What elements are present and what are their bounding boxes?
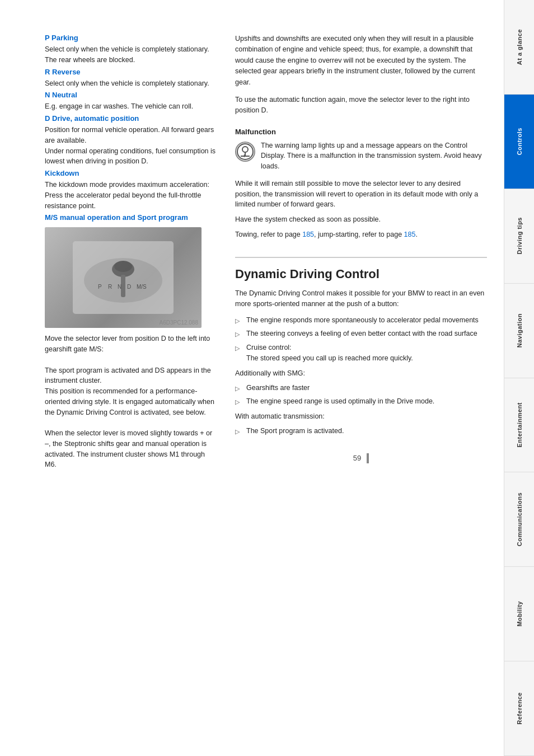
svg-text:M/S: M/S xyxy=(137,284,147,290)
section-d-drive: D Drive, automatic position Position for… xyxy=(45,114,218,167)
ddc-section: Dynamic Driving Control The Dynamic Driv… xyxy=(235,257,487,436)
malfunction-warning-text: The warning lamp lights up and a message… xyxy=(261,140,487,172)
warning-lamp-svg: ! xyxy=(236,143,254,161)
r-reverse-text: Select only when the vehicle is complete… xyxy=(45,78,218,89)
right-column: Upshifts and downshifts are executed onl… xyxy=(235,34,487,475)
tab-navigation-label: Navigation xyxy=(516,313,523,348)
kickdown-text: The kickdown mode provides maximum accel… xyxy=(45,180,218,211)
malfunction-box: ! The warning lamp lights up and a messa… xyxy=(235,140,487,174)
towing-page-link[interactable]: 185 xyxy=(302,231,314,238)
p-parking-text: Select only when the vehicle is complete… xyxy=(45,44,218,65)
n-neutral-heading: N Neutral xyxy=(45,91,218,99)
page-number: 59 xyxy=(353,454,361,462)
jump-text: , jump-starting, refer to page xyxy=(314,231,404,238)
ddc-intro: The Dynamic Driving Control makes it pos… xyxy=(235,288,487,309)
tab-controls[interactable]: Controls xyxy=(504,95,534,189)
section-n-neutral: N Neutral E.g. engage in car washes. The… xyxy=(45,91,218,112)
svg-text:R: R xyxy=(108,284,112,290)
tab-navigation[interactable]: Navigation xyxy=(504,284,534,378)
section-r-reverse: R Reverse Select only when the vehicle i… xyxy=(45,68,218,89)
malfunction-body1: While it will remain still possible to m… xyxy=(235,179,487,210)
image-caption: A6D3PC12.088 xyxy=(160,320,199,326)
smg-bullet-1: Gearshifts are faster xyxy=(235,383,487,393)
tab-controls-label: Controls xyxy=(516,128,523,155)
svg-text:D: D xyxy=(127,284,131,290)
kickdown-heading: Kickdown xyxy=(45,169,218,177)
tab-reference-label: Reference xyxy=(516,692,523,725)
ms-manual-text: Move the selector lever from position D … xyxy=(45,334,218,470)
main-content: P Parking Select only when the vehicle i… xyxy=(0,0,504,756)
jump-page-link[interactable]: 185 xyxy=(404,231,416,238)
tab-mobility-label: Mobility xyxy=(516,601,523,627)
towing-prefix: Towing, refer to page xyxy=(235,231,302,238)
tab-mobility[interactable]: Mobility xyxy=(504,567,534,661)
ddc-bullet-2: The steering conveys a feeling of even b… xyxy=(235,328,487,339)
ddc-title: Dynamic Driving Control xyxy=(235,267,487,281)
left-column: P Parking Select only when the vehicle i… xyxy=(45,34,218,475)
svg-text:P: P xyxy=(98,284,102,290)
svg-point-11 xyxy=(242,147,248,152)
malfunction-body2: Have the system checked as soon as possi… xyxy=(235,214,487,225)
tab-entertainment[interactable]: Entertainment xyxy=(504,378,534,473)
d-drive-text: Position for normal vehicle operation. A… xyxy=(45,125,218,167)
gear-shift-image: P R N D M/S A6D3PC12.088 xyxy=(45,227,202,328)
tab-driving-tips[interactable]: Driving tips xyxy=(504,189,534,284)
tab-reference[interactable]: Reference xyxy=(504,661,534,756)
tab-communications[interactable]: Communications xyxy=(504,472,534,567)
tab-driving-tips-label: Driving tips xyxy=(516,217,523,255)
svg-point-3 xyxy=(114,261,132,272)
d-drive-heading: D Drive, automatic position xyxy=(45,114,218,123)
period: . xyxy=(415,231,417,238)
section-kickdown: Kickdown The kickdown mode provides maxi… xyxy=(45,169,218,211)
page-number-area: 59 xyxy=(235,453,487,475)
gear-shift-svg: P R N D M/S xyxy=(67,236,179,320)
malfunction-towing: Towing, refer to page 185, jump-starting… xyxy=(235,229,487,240)
section-ms-manual: M/S manual operation and Sport program xyxy=(45,213,218,470)
n-neutral-text: E.g. engage in car washes. The vehicle c… xyxy=(45,101,218,112)
ddc-bullet-1: The engine responds more spontaneously t… xyxy=(235,315,487,326)
page-number-bar xyxy=(367,453,369,463)
tab-at-a-glance[interactable]: At a glance xyxy=(504,0,534,95)
auto-bullet-1: The Sport program is activated. xyxy=(235,426,487,436)
section-p-parking: P Parking Select only when the vehicle i… xyxy=(45,34,218,65)
ddc-bullet-list: The engine responds more spontaneously t… xyxy=(235,315,487,364)
smg-bullet-2: The engine speed range is used optimally… xyxy=(235,396,487,407)
ms-manual-heading: M/S manual operation and Sport program xyxy=(45,213,218,222)
additionally-smg-heading: Additionally with SMG: xyxy=(235,369,487,377)
smg-bullet-list: Gearshifts are faster The engine speed r… xyxy=(235,383,487,407)
malfunction-heading: Malfunction xyxy=(235,128,487,136)
sidebar-tabs: At a glance Controls Driving tips Naviga… xyxy=(504,0,534,756)
warning-icon: ! xyxy=(235,142,255,162)
svg-text:N: N xyxy=(118,284,121,290)
r-reverse-heading: R Reverse xyxy=(45,68,218,76)
tab-entertainment-label: Entertainment xyxy=(516,402,523,447)
tab-at-a-glance-label: At a glance xyxy=(516,29,523,65)
malfunction-section: Malfunction ! The war xyxy=(235,128,487,240)
svg-text:!: ! xyxy=(243,153,245,158)
automatic-heading: With automatic transmission: xyxy=(235,412,487,420)
tab-communications-label: Communications xyxy=(516,492,523,546)
right-return-text: To use the automatic function again, mov… xyxy=(235,95,487,116)
right-intro-text: Upshifts and downshifts are executed onl… xyxy=(235,34,487,88)
auto-bullet-list: The Sport program is activated. xyxy=(235,426,487,436)
p-parking-heading: P Parking xyxy=(45,34,218,42)
ddc-bullet-3: Cruise control:The stored speed you call… xyxy=(235,342,487,364)
